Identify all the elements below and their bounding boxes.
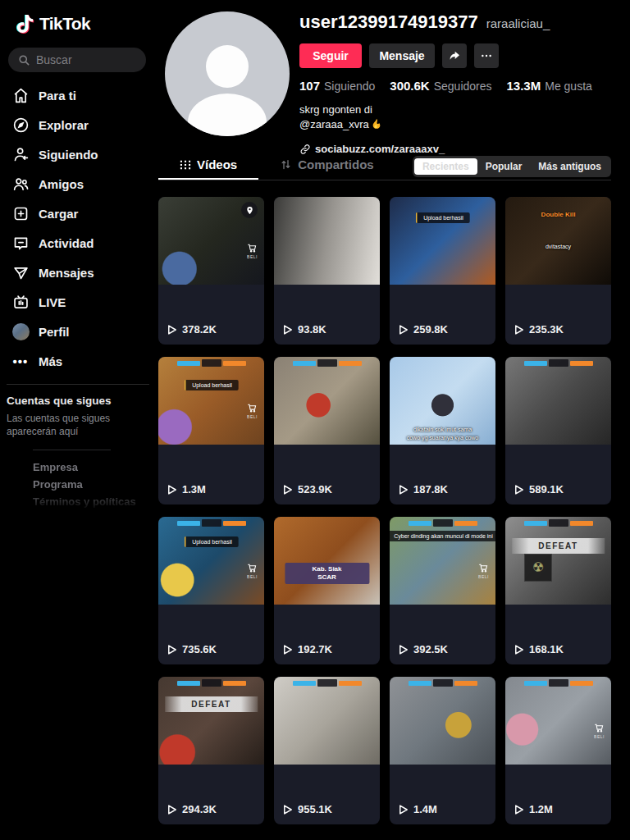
scoreboard-hud [524, 519, 593, 527]
sort-popular[interactable]: Popular [477, 158, 531, 175]
video-thumbnail: BELICyber dinding akan muncul di mode in… [390, 517, 495, 605]
more-button[interactable] [474, 43, 499, 68]
video-thumbnail: DEFEAT [158, 677, 264, 765]
sidebar-item-perfil[interactable]: Perfil [0, 317, 156, 346]
video-card[interactable]: 589.1K [505, 357, 611, 504]
thumbnail-banner: Upload berhasil [184, 536, 239, 547]
video-card[interactable]: Upload berhasil 259.8K [390, 197, 495, 345]
profile-nickname: raraaliciau_ [486, 16, 550, 30]
sidebar-item-amigos[interactable]: Amigos [0, 169, 156, 199]
video-card[interactable]: 523.9K [274, 357, 380, 504]
follow-button[interactable]: Seguir [299, 43, 362, 68]
bio-link[interactable]: sociabuzz.com/zaraaaxv_ [299, 143, 611, 155]
video-grid-icon [180, 159, 191, 171]
footer-link-terminos[interactable]: Términos y políticas [33, 493, 156, 510]
play-icon [398, 484, 409, 495]
play-icon [167, 484, 177, 495]
scoreboard-hud [177, 359, 246, 367]
more-icon [480, 49, 493, 62]
share-icon [448, 49, 461, 62]
search-icon [18, 54, 30, 66]
sidebar-item-siguiendo[interactable]: Siguiendo [0, 139, 156, 169]
message-button[interactable]: Mensaje [369, 43, 435, 68]
sort-control: Recientes Popular Más antiguos [413, 156, 611, 177]
footer-link-empresa[interactable]: Empresa [33, 459, 156, 476]
video-thumbnail: BELIUpload berhasil [158, 357, 264, 445]
play-icon [167, 644, 177, 655]
video-views: 392.5K [398, 643, 448, 655]
tiktok-note-icon [16, 13, 34, 34]
video-card[interactable]: 1.4M [390, 677, 495, 824]
profile-avatar [11, 322, 30, 340]
thumbnail-banner: Upload berhasil [415, 212, 470, 223]
video-grid: BELI 378.2K 93.8K Upload berhasil 259.8K… [158, 197, 611, 824]
stat-likes[interactable]: 13.3M Me gusta [507, 79, 592, 93]
share-button[interactable] [442, 43, 467, 68]
scoreboard-hud [177, 679, 246, 687]
footer-link-programa[interactable]: Programa [33, 476, 156, 493]
video-card[interactable]: Kab. SiakSCAR 192.7K [274, 517, 380, 664]
send-icon [11, 263, 30, 281]
video-views: 1.3M [167, 483, 206, 495]
video-thumbnail: BELIUpload berhasil [158, 517, 264, 605]
footer-divider [33, 450, 111, 450]
video-card[interactable]: BELICyber dinding akan muncul di mode in… [390, 517, 495, 664]
video-card[interactable]: DEFEAT☢ 168.1K [505, 517, 611, 664]
video-card[interactable]: BELI 378.2K [158, 197, 264, 345]
video-views: 378.2K [167, 323, 217, 336]
thumbnail-banner: Cyber dinding akan muncul di mode ini [390, 531, 495, 541]
play-icon [282, 324, 293, 336]
video-thumbnail [390, 677, 495, 765]
sidebar-footer: Empresa Programa Términos y políticas [0, 450, 156, 510]
video-thumbnail [274, 357, 380, 445]
user-follow-icon [11, 145, 30, 163]
stat-following[interactable]: 107 Siguiendo [299, 79, 375, 93]
sidebar-item-live[interactable]: LIVE [0, 287, 156, 317]
sidebar-item-para-ti[interactable]: Para ti [0, 80, 156, 110]
activity-message-icon [11, 234, 30, 252]
video-thumbnail: BELI [158, 197, 264, 285]
tab-videos[interactable]: Vídeos [158, 156, 258, 179]
cart-icon: BELI [478, 563, 489, 579]
sort-recientes[interactable]: Recientes [414, 158, 477, 175]
scoreboard-hud [409, 679, 477, 687]
video-views: 259.8K [398, 323, 448, 336]
video-views: 187.8K [398, 483, 448, 495]
tiktok-logo[interactable]: TikTok [0, 0, 156, 34]
play-icon [514, 644, 524, 655]
play-icon [167, 324, 177, 336]
video-card[interactable]: BELIUpload berhasil 735.6K [158, 517, 264, 664]
cart-icon: BELI [247, 403, 258, 419]
sidebar-item-mas[interactable]: ••• Más [0, 346, 156, 376]
logo-text: TikTok [39, 14, 90, 34]
stat-followers[interactable]: 300.6K Seguidores [390, 79, 491, 93]
play-icon [167, 804, 177, 815]
video-card[interactable]: BELI 1.2M [505, 677, 611, 824]
video-views: 1.2M [514, 803, 553, 815]
video-card[interactable]: Double Killdvitastacy 235.3K [505, 197, 611, 345]
profile-photo[interactable] [165, 11, 290, 136]
scoreboard-hud [293, 359, 362, 367]
link-icon [299, 144, 311, 155]
play-icon [282, 644, 293, 655]
tab-compartidos[interactable]: Compartidos [258, 156, 395, 179]
sidebar-item-actividad[interactable]: Actividad [0, 228, 156, 258]
thumbnail-banner: DEFEAT [512, 538, 605, 554]
thumbnail-banner: Double Kill [541, 211, 576, 219]
video-thumbnail: Kab. SiakSCAR [274, 517, 380, 605]
video-thumbnail: dikatain sok imut samacowo yg suaranya k… [390, 357, 495, 445]
video-card[interactable]: 955.1K [274, 677, 380, 824]
video-card[interactable]: 93.8K [274, 197, 380, 345]
sidebar-item-mensajes[interactable]: Mensajes [0, 258, 156, 287]
video-card[interactable]: DEFEAT 294.3K [158, 677, 264, 824]
sidebar-item-cargar[interactable]: Cargar [0, 199, 156, 228]
video-card[interactable]: BELIUpload berhasil 1.3M [158, 357, 264, 504]
video-views: 735.6K [167, 643, 217, 655]
scoreboard-hud [177, 519, 246, 527]
sidebar-item-explorar[interactable]: Explorar [0, 110, 156, 139]
search-input[interactable]: Buscar [8, 48, 146, 72]
video-thumbnail: Upload berhasil [390, 197, 495, 285]
video-card[interactable]: dikatain sok imut samacowo yg suaranya k… [390, 357, 495, 504]
live-tv-icon [11, 293, 30, 311]
sort-mas-antiguos[interactable]: Más antiguos [530, 158, 609, 175]
